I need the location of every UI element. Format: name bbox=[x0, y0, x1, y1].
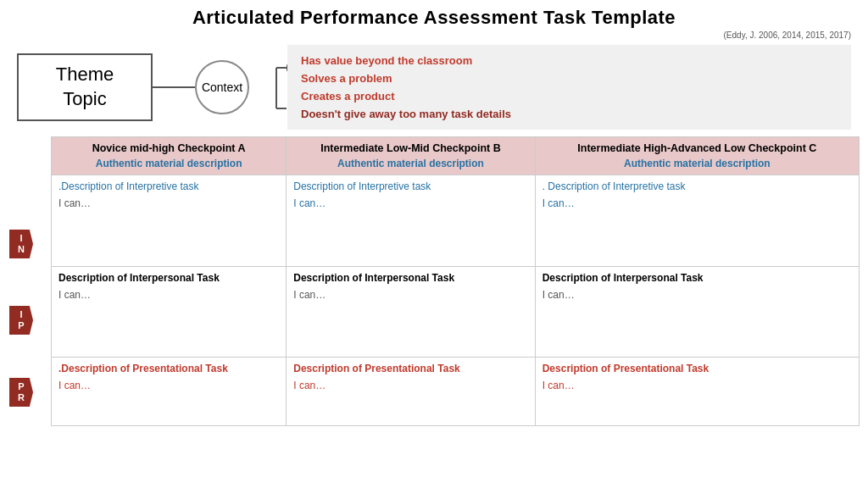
context-item-2: Solves a problem bbox=[301, 69, 837, 87]
context-list: Has value beyond the classroom Solves a … bbox=[287, 45, 851, 130]
pr-arrow: PR bbox=[9, 378, 33, 407]
side-labels: IN IP PR bbox=[0, 136, 42, 426]
top-section: ThemeTopic Context Has value beyond the … bbox=[17, 45, 851, 130]
cell-interpers-b-ican: I can… bbox=[293, 289, 527, 301]
cell-interp-a-main: .Description of Interpretive task bbox=[58, 180, 198, 192]
cell-interpers-b: Description of Interpersonal Task I can… bbox=[287, 266, 535, 358]
main-table-area: IN IP PR Novice mid-high Che bbox=[0, 136, 868, 426]
curved-arrow bbox=[249, 41, 287, 117]
cell-interp-c: . Description of Interpretive task I can… bbox=[535, 175, 859, 267]
col-a-auth: Authentic material description bbox=[58, 158, 279, 169]
ip-arrow: IP bbox=[9, 306, 33, 335]
col-c-header: Intermediate High-Advanced Low Checkpoin… bbox=[535, 137, 859, 175]
cell-interp-b: Description of Interpretive task I can… bbox=[287, 175, 535, 267]
cell-interpers-a: Description of Interpersonal Task I can… bbox=[52, 266, 287, 358]
col-a-header: Novice mid-high Checkpoint A Authentic m… bbox=[52, 137, 287, 175]
side-label-in-row: IN bbox=[0, 206, 42, 282]
cell-interp-c-main: . Description of Interpretive task bbox=[542, 180, 686, 192]
cell-interp-a-ican: I can… bbox=[58, 197, 279, 209]
assessment-table: Novice mid-high Checkpoint A Authentic m… bbox=[51, 136, 860, 426]
cell-interpers-a-main: Description of Interpersonal Task bbox=[58, 272, 220, 284]
cell-interpers-c-main: Description of Interpersonal Task bbox=[542, 272, 704, 284]
table-row-interpersonal: Description of Interpersonal Task I can…… bbox=[52, 266, 860, 358]
cell-present-a-ican: I can… bbox=[58, 380, 279, 391]
cell-interp-b-main: Description of Interpretive task bbox=[293, 180, 431, 192]
context-item-4: Doesn't give away too many task details bbox=[301, 105, 837, 123]
page-title: Articulated Performance Assessment Task … bbox=[192, 0, 676, 28]
col-c-auth: Authentic material description bbox=[542, 158, 852, 169]
cell-interpers-c: Description of Interpersonal Task I can… bbox=[535, 266, 859, 358]
col-b-auth: Authentic material description bbox=[293, 158, 527, 169]
in-arrow: IN bbox=[9, 230, 33, 258]
theme-label: ThemeTopic bbox=[56, 63, 114, 111]
side-label-pr-row: PR bbox=[0, 358, 42, 426]
table-row-presentational: .Description of Presentational Task I ca… bbox=[52, 358, 860, 426]
cell-interpers-a-ican: I can… bbox=[58, 289, 279, 301]
side-label-ip-row: IP bbox=[0, 282, 42, 358]
col-b-title: Intermediate Low-Mid Checkpoint B bbox=[293, 142, 527, 154]
header-citation: (Eddy, J. 2006, 2014, 2015, 2017) bbox=[0, 30, 868, 40]
cell-present-b-ican: I can… bbox=[293, 380, 527, 391]
cell-interp-c-ican: I can… bbox=[542, 197, 852, 209]
ip-label: IP bbox=[9, 306, 33, 335]
context-item-3: Creates a product bbox=[301, 87, 837, 105]
cell-interpers-b-main: Description of Interpersonal Task bbox=[293, 272, 454, 284]
table-header-row: Novice mid-high Checkpoint A Authentic m… bbox=[52, 137, 860, 175]
pr-label: PR bbox=[9, 378, 33, 407]
cell-interpers-c-ican: I can… bbox=[542, 289, 852, 301]
cell-interp-a: .Description of Interpretive task I can… bbox=[52, 175, 287, 267]
page-container: Articulated Performance Assessment Task … bbox=[0, 0, 868, 488]
cell-present-c-ican: I can… bbox=[542, 380, 852, 391]
theme-context-connector bbox=[153, 86, 195, 88]
context-circle: Context bbox=[195, 60, 249, 114]
cell-interp-b-ican: I can… bbox=[293, 197, 527, 209]
cell-present-b: Description of Presentational Task I can… bbox=[287, 358, 535, 426]
cell-present-c: Description of Presentational Task I can… bbox=[535, 358, 859, 426]
col-b-header: Intermediate Low-Mid Checkpoint B Authen… bbox=[287, 137, 535, 175]
cell-present-a: .Description of Presentational Task I ca… bbox=[52, 358, 287, 426]
theme-box: ThemeTopic bbox=[17, 53, 153, 121]
cell-present-a-main: .Description of Presentational Task bbox=[58, 363, 228, 374]
col-a-title: Novice mid-high Checkpoint A bbox=[58, 142, 279, 154]
connector-line bbox=[153, 86, 195, 88]
cell-present-c-main: Description of Presentational Task bbox=[542, 363, 709, 374]
col-c-title: Intermediate High-Advanced Low Checkpoin… bbox=[542, 142, 852, 154]
in-label: IN bbox=[9, 230, 33, 258]
context-item-1: Has value beyond the classroom bbox=[301, 52, 837, 69]
cell-present-b-main: Description of Presentational Task bbox=[293, 363, 460, 374]
table-row-interpretive: .Description of Interpretive task I can…… bbox=[52, 175, 860, 267]
context-label: Context bbox=[202, 80, 242, 94]
